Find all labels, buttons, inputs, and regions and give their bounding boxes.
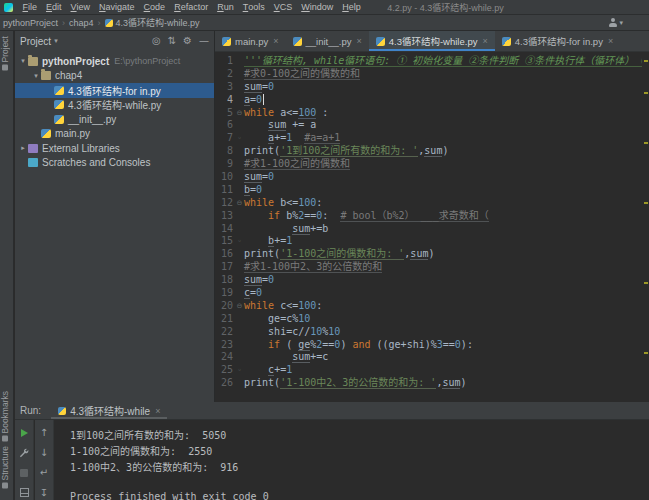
fold-marker[interactable]: ◦: [235, 132, 244, 145]
code-line-26[interactable]: 26print('1-100中2、3的公倍数的和为: ',sum): [215, 377, 649, 390]
line-number[interactable]: 15: [215, 235, 235, 248]
code-line-20[interactable]: 20⊖while c<=100:: [215, 300, 649, 313]
line-number[interactable]: 22: [215, 326, 235, 339]
code-line-10[interactable]: 10sum=0: [215, 171, 649, 184]
fold-marker[interactable]: ◦: [235, 235, 244, 248]
code-line-12[interactable]: 12⊖while b<=100:: [215, 197, 649, 210]
code-line-11[interactable]: 11b=0: [215, 184, 649, 197]
fold-marker[interactable]: ⊖: [235, 107, 244, 120]
scroll-to-end-icon[interactable]: ↧: [38, 487, 50, 498]
chevron-down-icon[interactable]: ▾: [31, 72, 41, 80]
menu-item-run[interactable]: Run: [213, 0, 239, 14]
run-console-output[interactable]: 1到100之间所有数的和为: 50501-100之间的偶数和为: 25501-1…: [55, 420, 649, 500]
tree-item-external-libraries[interactable]: ▸External Libraries: [15, 141, 214, 156]
error-stripe[interactable]: [642, 52, 649, 402]
code-line-1[interactable]: 1'''循环结构, while循环语句: ① 初始化变量 ②条件判断 ③条件执行…: [215, 55, 649, 68]
code-line-22[interactable]: 22 shi=c//10%10: [215, 326, 649, 339]
restore-layout-icon[interactable]: [18, 487, 30, 498]
code-line-21[interactable]: 21 ge=c%10: [215, 313, 649, 326]
fold-marker[interactable]: ⊖: [235, 300, 244, 313]
line-number[interactable]: 14: [215, 223, 235, 236]
menu-item-edit[interactable]: Edit: [42, 0, 67, 14]
prev-occurrence-icon[interactable]: ↑: [38, 427, 50, 438]
close-tab-icon[interactable]: ×: [273, 36, 278, 46]
tree-item-chap4[interactable]: ▾chap4: [15, 69, 214, 84]
code-line-2[interactable]: 2#求0-100之间的偶数的和: [215, 68, 649, 81]
project-panel-title[interactable]: Project: [20, 36, 51, 47]
tree-item-scratches-and-consoles[interactable]: Scratches and Consoles: [15, 156, 214, 171]
line-number[interactable]: 16: [215, 248, 235, 261]
tab-init-py[interactable]: __init__.py×: [286, 31, 369, 51]
code-line-13[interactable]: 13 if b%2==0: # bool（b%2） ___求奇数和（: [215, 210, 649, 223]
fold-marker[interactable]: ◦: [235, 364, 244, 377]
menu-item-code[interactable]: Code: [139, 0, 170, 14]
code-line-16[interactable]: 16print('1-100之间的偶数和为: ',sum): [215, 248, 649, 261]
close-tab-icon[interactable]: ×: [608, 36, 613, 46]
line-number[interactable]: 21: [215, 313, 235, 326]
next-occurrence-icon[interactable]: ↓: [38, 447, 50, 458]
chevron-down-icon[interactable]: ▾: [18, 57, 28, 65]
line-number[interactable]: 2: [215, 68, 235, 81]
line-number[interactable]: 17: [215, 261, 235, 274]
line-number[interactable]: 20: [215, 300, 235, 313]
line-number[interactable]: 7: [215, 132, 235, 145]
code-line-14[interactable]: 14 sum+=b: [215, 223, 649, 236]
edit-configuration-wrench-icon[interactable]: [18, 447, 30, 458]
menu-item-view[interactable]: View: [66, 0, 95, 14]
tab-4-3-for-in-py[interactable]: 4.3循环结构-for in.py×: [495, 31, 620, 51]
menu-item-window[interactable]: Window: [297, 0, 338, 14]
breadcrumb-item-pythonproject[interactable]: pythonProject: [3, 18, 58, 28]
close-tab-icon[interactable]: ×: [356, 36, 361, 46]
tool-window-button-structure[interactable]: Structure: [0, 446, 14, 491]
tree-item-4-3-for-in-py[interactable]: 4.3循环结构-for in.py: [15, 83, 214, 98]
menu-item-file[interactable]: File: [18, 0, 42, 14]
fold-marker[interactable]: ⊖: [235, 197, 244, 210]
code-line-8[interactable]: 8print('1到100之间所有数的和为: ',sum): [215, 145, 649, 158]
collapse-all-icon[interactable]: ⇅: [168, 36, 176, 46]
line-number[interactable]: 24: [215, 351, 235, 364]
breadcrumb-item-chap4[interactable]: chap4: [69, 18, 94, 28]
code-line-24[interactable]: 24 sum+=c: [215, 351, 649, 364]
code-line-7[interactable]: 7◦ a+=1 #a=a+1: [215, 132, 649, 145]
menu-item-refactor[interactable]: Refactor: [170, 0, 213, 14]
breadcrumb-item-4-3-while-py[interactable]: 4.3循环结构-while.py: [105, 16, 200, 29]
line-number[interactable]: 13: [215, 210, 235, 223]
line-number[interactable]: 19: [215, 287, 235, 300]
tab-main-py[interactable]: main.py×: [215, 31, 286, 51]
line-number[interactable]: 8: [215, 145, 235, 158]
line-number[interactable]: 3: [215, 81, 235, 94]
code-line-15[interactable]: 15◦ b+=1: [215, 235, 649, 248]
code-line-3[interactable]: 3sum=0: [215, 81, 649, 94]
code-line-17[interactable]: 17#求1-100中2、3的公倍数的和: [215, 261, 649, 274]
code-line-6[interactable]: 6 sum += a: [215, 119, 649, 132]
tool-window-button-project[interactable]: Project: [0, 36, 14, 72]
code-line-23[interactable]: 23 if ( ge%2==0) and ((ge+shi)%3==0):: [215, 339, 649, 352]
code-area[interactable]: 1'''循环结构, while循环语句: ① 初始化变量 ②条件判断 ③条件执行…: [215, 52, 649, 402]
code-line-9[interactable]: 9#求1-100之间的偶数和: [215, 158, 649, 171]
chevron-right-icon[interactable]: ▸: [18, 144, 28, 152]
tool-window-button-bookmarks[interactable]: Bookmarks: [0, 391, 14, 444]
close-tab-icon[interactable]: ×: [482, 36, 487, 46]
run-tab[interactable]: 4.3循环结构-while ×: [51, 402, 167, 419]
line-number[interactable]: 5: [215, 107, 235, 120]
code-line-19[interactable]: 19c=0: [215, 287, 649, 300]
stop-icon[interactable]: [18, 467, 30, 478]
line-number[interactable]: 10: [215, 171, 235, 184]
chevron-down-icon[interactable]: ▾: [54, 37, 58, 45]
soft-wrap-icon[interactable]: ↵: [38, 467, 50, 478]
line-number[interactable]: 25: [215, 364, 235, 377]
line-number[interactable]: 9: [215, 158, 235, 171]
tree-item-init-py[interactable]: __init__.py: [15, 112, 214, 127]
tree-item-pythonproject[interactable]: ▾pythonProjectE:\pythonProject: [15, 54, 214, 69]
code-line-18[interactable]: 18sum=0: [215, 274, 649, 287]
code-line-4[interactable]: 4a=0: [215, 94, 649, 107]
tab-4-3-while-py[interactable]: 4.3循环结构-while.py×: [369, 31, 495, 51]
menu-item-navigate[interactable]: Navigate: [95, 0, 140, 14]
tree-item-4-3-while-py[interactable]: 4.3循环结构-while.py: [15, 98, 214, 113]
line-number[interactable]: 1: [215, 55, 235, 68]
menu-item-tools[interactable]: Tools: [238, 0, 269, 14]
line-number[interactable]: 23: [215, 339, 235, 352]
locate-file-icon[interactable]: ◎: [152, 36, 161, 46]
tree-item-main-py[interactable]: main.py: [15, 127, 214, 142]
line-number[interactable]: 6: [215, 119, 235, 132]
